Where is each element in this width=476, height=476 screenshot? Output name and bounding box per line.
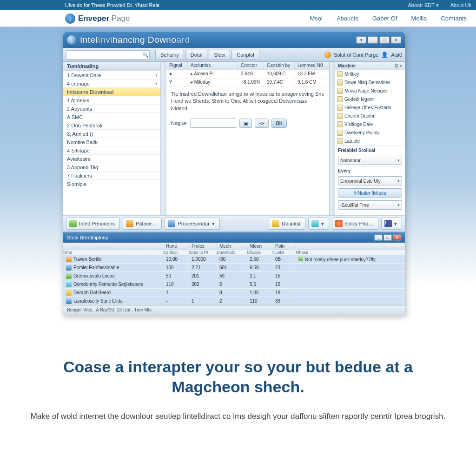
- panel-close-icon[interactable]: ☒ ▾: [395, 64, 402, 68]
- col-header[interactable]: Cansbin by: [264, 62, 295, 70]
- action-button[interactable]: Inted Perionens: [66, 218, 120, 230]
- sidebar-item[interactable]: 2 Apyaants: [63, 105, 160, 113]
- main-panel: Pignal Acciuntes Conctor Cansbin by Lomm…: [166, 62, 330, 215]
- col-header[interactable]: Freles: [189, 243, 217, 250]
- icon-button[interactable]: •≯: [255, 119, 269, 128]
- table-row[interactable]: ●▸ Aicean Pl3.64S10,609 C13.3 EM: [166, 70, 329, 79]
- table-row[interactable]: Gremivtavalo Locod50201592.115: [63, 272, 405, 280]
- site-nav: Msol Aboucts Gaber Of Moilia Comtants: [310, 15, 467, 22]
- sidebar-item[interactable]: Nomtire Baitk: [63, 138, 160, 146]
- sidebar-item[interactable]: A SMC: [63, 113, 160, 121]
- sidebar-item[interactable]: Siomiple: [63, 180, 160, 188]
- panel-item[interactable]: Godedl Iegent: [335, 95, 405, 104]
- sidebar-item[interactable]: 7 Foalitiers: [63, 172, 160, 180]
- panel-item[interactable]: Mowa Nage Neiages: [335, 87, 405, 95]
- table-row[interactable]: Pomlel Eanflessinable1002.216016:5923: [63, 264, 405, 272]
- panel-item[interactable]: Latuote: [335, 137, 405, 145]
- table-row[interactable]: Tuwen Bertile10.001.9000l302.500BNot rol…: [63, 255, 405, 264]
- toolbar: 🔍 Sehainy Dotal Slow Canplol Solut of Co…: [63, 48, 405, 62]
- sidebar-item[interactable]: 4 Sitvtape: [63, 146, 160, 155]
- table-row[interactable]: Daraph Dal Beerd1-81.0818: [63, 289, 405, 297]
- table-row[interactable]: Y▸ Mileday+8.1.03N19.7.4C9.1.6 CM: [166, 79, 329, 87]
- col-header[interactable]: Nleen: [247, 243, 272, 250]
- nav-link[interactable]: Moilia: [411, 15, 427, 22]
- ok-button[interactable]: OK: [271, 119, 287, 128]
- panel-item[interactable]: Dowe Nlag Demstines: [335, 79, 405, 87]
- nav-link[interactable]: Comtants: [441, 15, 467, 22]
- facebook-button[interactable]: f▾: [381, 218, 402, 230]
- action-button[interactable]: Patace…: [123, 218, 162, 230]
- sidebar-item[interactable]: 2 Oob Pestnrok: [63, 121, 160, 130]
- hero-subtext: Make of wold internet the downlour seuti…: [28, 410, 448, 423]
- process-icon: [168, 220, 175, 227]
- search-input[interactable]: 🔍: [66, 50, 150, 60]
- close-icon[interactable]: ✕: [393, 234, 401, 241]
- table-row[interactable]: Domdonrity Femanto Serjistwoors11820255.…: [63, 280, 405, 289]
- search-icon[interactable]: 🔍: [141, 52, 149, 58]
- globe-button[interactable]: ▾: [308, 218, 329, 230]
- icon-button[interactable]: ▣: [239, 119, 252, 128]
- window-controls: ▾ _ □ ✕: [356, 36, 401, 44]
- doc-icon: [69, 220, 77, 227]
- topbar-link[interactable]: About Uk: [450, 2, 471, 8]
- action-button[interactable]: Proceesondar ▾: [165, 218, 220, 230]
- col-header[interactable]: Conctor: [238, 62, 264, 70]
- app-window: ↓ IntelInvihancing Downoard ▾ _ □ ✕ 🔍 Se…: [63, 32, 405, 315]
- user-icon[interactable]: 👤: [381, 52, 388, 58]
- sidebar-item[interactable]: 3, Anriled (): [63, 130, 160, 138]
- right-panel-title: Mardeer☒ ▾: [335, 62, 405, 70]
- panel-item[interactable]: Mrlltiey: [335, 70, 405, 79]
- minimize-button[interactable]: _: [368, 36, 378, 44]
- sidebar-item[interactable]: Avteitesire: [63, 155, 160, 163]
- status-bar: Beager Vlse., A Bay'20. 13 Dat.. Tine Ml…: [63, 305, 405, 315]
- panel-item[interactable]: Visitloge Dale: [335, 120, 405, 129]
- search-field[interactable]: [66, 52, 141, 58]
- sidebar-item[interactable]: IntIstorne Dlownload: [63, 88, 160, 96]
- tab[interactable]: Sehainy: [155, 50, 184, 60]
- col-header[interactable]: Lommed N0: [295, 62, 329, 70]
- col-header[interactable]: Acciuntes: [188, 62, 238, 70]
- select-dropdown[interactable]: Emxonnial Este Uly▾: [338, 176, 402, 185]
- titlebar: ↓ IntelInvihancing Downoard ▾ _ □ ✕: [63, 32, 405, 48]
- nav-link[interactable]: Aboucts: [337, 15, 358, 22]
- p2-subheader-row: Nme Canfoct Snes to PI Duwnlodc Milcalie…: [63, 250, 405, 255]
- caret-button[interactable]: ▾: [356, 36, 366, 44]
- user-name[interactable]: Alsl0: [391, 52, 402, 58]
- name-input[interactable]: ▾: [190, 119, 237, 128]
- row-icon: [66, 282, 72, 287]
- select-dropdown[interactable]: -ScullFst Trne▾: [338, 200, 402, 210]
- sidebar-item[interactable]: 1 Dawent Dare: [63, 71, 160, 79]
- toolbar-right: Solut of Cont Parge 👤 Alsl0: [324, 52, 402, 58]
- main-scrollbar[interactable]: [330, 62, 335, 215]
- minimize-icon[interactable]: _: [374, 234, 383, 241]
- panel-item[interactable]: Hellege Ofres Eostarts: [335, 104, 405, 112]
- col-header[interactable]: Mech: [217, 243, 247, 250]
- tab[interactable]: Slow: [209, 50, 230, 60]
- nav-link[interactable]: Msol: [310, 15, 322, 22]
- tab[interactable]: Dotal: [185, 50, 208, 60]
- panel-item[interactable]: Dwetseny Pwliny: [335, 129, 405, 137]
- col-header[interactable]: Hone: [163, 243, 189, 250]
- sol-label[interactable]: Solut of Cont Parge: [334, 52, 378, 58]
- download-button[interactable]: Douintst: [269, 218, 305, 230]
- sidebar-item[interactable]: 4 cronage: [63, 79, 160, 88]
- maximize-icon[interactable]: □: [383, 234, 392, 241]
- action-link[interactable]: ↻ Nuder Ilvkees: [338, 188, 402, 198]
- action-button[interactable]: Enlcy Pho…: [332, 218, 378, 230]
- sidebar-item[interactable]: 1 Almelus: [63, 96, 160, 105]
- sidebar-item[interactable]: 3 Appond Tllg: [63, 163, 160, 172]
- tab[interactable]: Canplol: [231, 50, 259, 60]
- panel-item[interactable]: Ehenth Ouolon: [335, 112, 405, 120]
- nav-link[interactable]: Gaber Of: [372, 15, 397, 22]
- site-topbar: Uive do for Thees Prowled Dt. Yfusd Rele…: [0, 0, 476, 10]
- col-header[interactable]: Pignal: [166, 62, 188, 70]
- table-row[interactable]: Lanaleoscily Saric Elidal-1211039: [63, 297, 405, 305]
- select-dropdown[interactable]: Nolnnbror …▾: [338, 156, 402, 165]
- site-header: ↓ Enveper Page Msol Aboucts Gaber Of Moi…: [0, 10, 476, 27]
- col-header[interactable]: Poln: [272, 243, 296, 250]
- close-button[interactable]: ✕: [391, 36, 401, 44]
- sidebar-scrollbar[interactable]: [161, 62, 166, 215]
- topbar-link[interactable]: Abootr EDT ▾: [408, 2, 438, 8]
- maximize-button[interactable]: □: [379, 36, 390, 44]
- row-icon: [66, 298, 72, 304]
